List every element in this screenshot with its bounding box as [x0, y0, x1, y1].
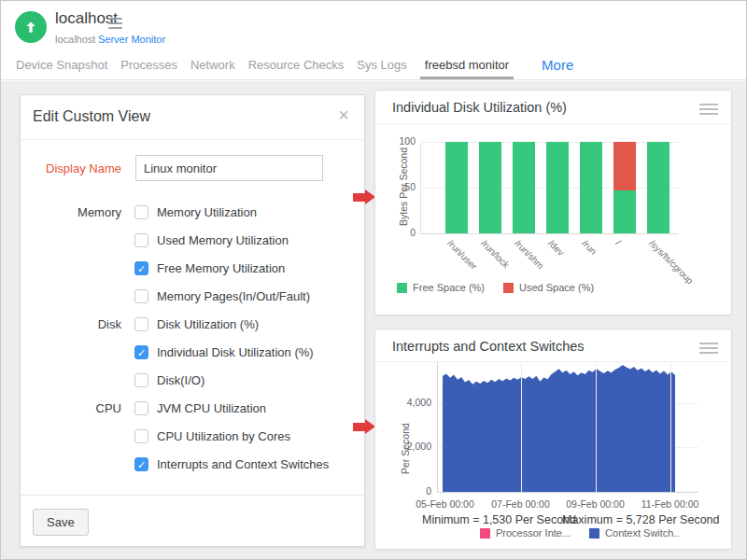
bar-/run	[580, 142, 602, 233]
tab-device-snapshot[interactable]: Device Snapshot	[16, 49, 107, 79]
metric-row: ✓Free Memory Utilization	[21, 254, 364, 282]
metric-row: CPUJVM CPU Utilization	[21, 394, 364, 422]
edit-custom-view-dialog: Edit Custom View × Display Name MemoryMe…	[20, 94, 365, 547]
gridline	[521, 362, 522, 492]
display-name-label: Display Name	[21, 161, 121, 175]
metric-label[interactable]: Memory Pages(In/Out/Fault)	[157, 289, 310, 303]
x-tick: 05-Feb 00:00	[416, 498, 473, 510]
bar-/sys/fs/cgroup	[647, 142, 669, 233]
y-tick: 2,000	[375, 441, 431, 452]
metric-label[interactable]: Memory Utilization	[157, 205, 257, 219]
tab-bar-tabs: Device SnapshotProcessesNetworkResource …	[16, 49, 527, 79]
bar-used-segment	[613, 142, 636, 190]
checkbox-free-memory-utilization[interactable]: ✓	[134, 261, 148, 275]
chart-title: Individual Disk Utilization (%)	[392, 100, 567, 115]
dialog-footer: Save	[21, 495, 364, 546]
display-name-input[interactable]	[135, 155, 323, 181]
x-tick: /	[613, 238, 623, 247]
hamburger-icon[interactable]	[699, 104, 718, 118]
group-label-cpu: CPU	[21, 401, 121, 415]
checkbox-memory-utilization[interactable]	[134, 205, 148, 219]
red-arrow-right-icon-1	[353, 189, 376, 205]
bar-free-segment	[513, 142, 535, 233]
tab-network[interactable]: Network	[190, 49, 235, 79]
interrupts-card: Interrupts and Context Switches Per Seco…	[374, 329, 732, 550]
x-tick: /run/user	[445, 238, 479, 272]
y-tick: 0	[375, 485, 431, 497]
metric-label[interactable]: Interrupts and Context Switches	[157, 457, 329, 471]
gridline	[670, 362, 671, 492]
y-tick: 0	[375, 227, 416, 238]
tab-more[interactable]: More	[542, 49, 573, 79]
x-axis-line	[420, 233, 679, 234]
bar-/dev	[546, 142, 569, 233]
maximum-annotation: Maximum = 5,728 Per Second	[562, 513, 720, 526]
metric-label[interactable]: Free Memory Utilization	[157, 261, 285, 275]
legend-swatch	[589, 528, 599, 539]
bar-free-segment	[479, 142, 501, 233]
bar-free-segment	[580, 142, 602, 233]
y-axis-line	[420, 142, 421, 233]
checkbox-interrupts-and-context-switches[interactable]: ✓	[134, 457, 148, 471]
legend-swatch	[503, 283, 514, 293]
legend-swatch	[397, 283, 407, 293]
bar-/	[613, 142, 636, 233]
metric-label[interactable]: CPU Utilization by Cores	[157, 429, 290, 443]
legend-label: Free Space (%)	[413, 282, 485, 293]
x-tick: /run/lock	[479, 238, 512, 271]
legend-item: Used Space (%)	[503, 282, 594, 293]
tab-processes[interactable]: Processes	[120, 49, 177, 79]
x-tick: 09-Feb 00:00	[566, 498, 624, 510]
metric-label[interactable]: Individual Disk Utilization (%)	[157, 345, 314, 359]
bar-/run/user	[445, 142, 468, 233]
bar-free-segment	[546, 142, 569, 233]
tab-freebsd-monitor[interactable]: freebsd monitor	[420, 49, 514, 79]
checkbox-jvm-cpu-utilization[interactable]	[134, 401, 148, 415]
app-window: localhost localhost Server Monitor Devic…	[0, 0, 747, 560]
bar-free-segment	[613, 190, 636, 233]
metric-label[interactable]: Disk(I/O)	[157, 373, 204, 387]
metric-row: MemoryMemory Utilization	[21, 198, 364, 226]
dialog-title: Edit Custom View	[33, 108, 150, 125]
tab-resource-checks[interactable]: Resource Checks	[248, 49, 345, 79]
checkbox-used-memory-utilization[interactable]	[134, 233, 148, 247]
hamburger-icon[interactable]	[699, 343, 718, 357]
checkbox-disk-i-o-[interactable]	[134, 373, 148, 387]
gridline	[596, 362, 597, 492]
checkbox-disk-utilization-[interactable]	[134, 317, 148, 331]
bar-/run/lock	[479, 142, 501, 233]
metric-label[interactable]: Used Memory Utilization	[157, 233, 289, 247]
x-tick: 11-Feb 00:00	[641, 498, 699, 510]
divider	[375, 123, 731, 124]
group-label-disk: Disk	[21, 317, 121, 331]
area-series-context-switches	[438, 362, 698, 492]
legend-item: Free Space (%)	[397, 282, 485, 293]
checkbox-cpu-utilization-by-cores[interactable]	[134, 429, 148, 443]
tab-bar: Device SnapshotProcessesNetworkResource …	[1, 49, 746, 80]
y-tick: 50	[375, 181, 416, 192]
metric-row: Disk(I/O)	[21, 366, 364, 394]
metric-label[interactable]: Disk Utilization (%)	[157, 317, 259, 331]
x-tick: /dev	[546, 238, 566, 258]
close-icon[interactable]: ×	[338, 105, 349, 124]
monitor-status-up-icon	[15, 11, 47, 43]
group-label-memory: Memory	[21, 205, 121, 219]
hamburger-icon[interactable]	[108, 18, 122, 32]
breadcrumb-server-monitor-link[interactable]: Server Monitor	[98, 34, 165, 45]
save-button[interactable]: Save	[33, 509, 89, 536]
chart-title: Interrupts and Context Switches	[392, 339, 585, 354]
x-tick: /sys/fs/cgroup	[647, 238, 695, 286]
checkbox-memory-pages-in-out-fault-[interactable]	[134, 289, 148, 303]
bar-free-segment	[647, 142, 669, 233]
legend-label: Used Space (%)	[519, 282, 594, 293]
metric-row: DiskDisk Utilization (%)	[21, 310, 364, 338]
legend-item: Context Switch..	[589, 527, 679, 539]
y-tick: 4,000	[375, 397, 431, 408]
metric-row: Used Memory Utilization	[21, 226, 364, 254]
checkbox-individual-disk-utilization-[interactable]: ✓	[134, 345, 148, 359]
disk-utilization-card: Individual Disk Utilization (%) Bytes Pe…	[374, 90, 732, 315]
metric-checklist: MemoryMemory UtilizationUsed Memory Util…	[21, 198, 364, 478]
y-tick: 100	[375, 135, 416, 147]
tab-sys-logs[interactable]: Sys Logs	[357, 49, 406, 79]
metric-label[interactable]: JVM CPU Utilization	[157, 401, 266, 415]
